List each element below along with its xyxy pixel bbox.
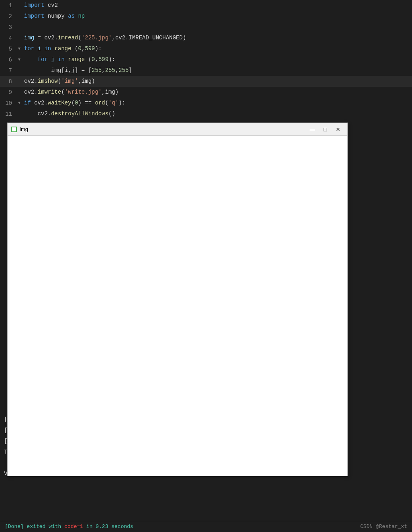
code-line-9: 9 cv2.imwrite('write.jpg',img)	[0, 87, 412, 98]
code-text-1: import cv2	[22, 0, 58, 11]
code-text-6: for j in range (0,599):	[22, 54, 115, 65]
code-text-9: cv2.imwrite('write.jpg',img)	[22, 87, 118, 98]
svg-rect-1	[12, 127, 16, 131]
code-line-7: 7 img[i,j] = [255,255,255]	[0, 65, 412, 76]
code-line-10: 10 ▼ if cv2.waitKey(0) == ord('q'):	[0, 98, 412, 108]
code-line-2: 2 import numpy as np	[0, 11, 412, 22]
fold-7	[16, 68, 22, 73]
code-text-2: import numpy as np	[22, 11, 85, 22]
fold-2	[16, 14, 22, 18]
code-line-8: 8 cv2.imshow('img',img)	[0, 76, 412, 87]
line-num-1: 1	[0, 2, 16, 9]
popup-titlebar: img — □ ✕	[8, 123, 347, 136]
status-suffix: in 0.23 seconds	[83, 524, 133, 530]
popup-title: img	[20, 126, 306, 132]
status-done-text: [Done] exited with code=1 in 0.23 second…	[5, 524, 133, 530]
fold-3	[16, 25, 22, 29]
status-attribution: CSDN @Restar_xt	[360, 524, 407, 530]
minimize-button[interactable]: —	[306, 125, 318, 133]
code-text-5: for i in range (0,599):	[22, 43, 102, 54]
fold-4	[16, 36, 22, 40]
fold-11	[16, 112, 22, 116]
line-num-5: 5	[0, 46, 16, 52]
line-num-4: 4	[0, 35, 16, 41]
code-line-11: 11 cv2.destroyAllWindows()	[0, 108, 412, 119]
status-prefix: [Done] exited with	[5, 524, 64, 530]
popup-window: img — □ ✕	[7, 123, 348, 476]
code-text-4: img = cv2.imread('225.jpg',cv2.IMREAD_UN…	[22, 33, 186, 43]
line-num-10: 10	[0, 100, 16, 106]
line-num-6: 6	[0, 57, 16, 63]
line-num-9: 9	[0, 89, 16, 96]
code-line-3: 3	[0, 22, 412, 33]
fold-8	[16, 79, 22, 84]
status-bar: [Done] exited with code=1 in 0.23 second…	[0, 521, 412, 532]
fold-1	[16, 3, 22, 8]
fold-5[interactable]: ▼	[16, 47, 22, 51]
code-text-11: cv2.destroyAllWindows()	[22, 108, 115, 119]
code-line-6: 6 ▼ for j in range (0,599):	[0, 54, 412, 65]
fold-9	[16, 90, 22, 94]
popup-controls: — □ ✕	[306, 125, 344, 133]
line-num-8: 8	[0, 78, 16, 85]
code-line-4: 4 img = cv2.imread('225.jpg',cv2.IMREAD_…	[0, 33, 412, 43]
code-text-10: if cv2.waitKey(0) == ord('q'):	[22, 98, 125, 108]
maximize-button[interactable]: □	[319, 125, 331, 133]
code-text-8: cv2.imshow('img',img)	[22, 76, 95, 87]
popup-window-icon	[11, 126, 17, 133]
close-button[interactable]: ✕	[332, 125, 344, 133]
code-line-5: 5 ▼ for i in range (0,599):	[0, 43, 412, 54]
code-editor: 1 import cv2 2 import numpy as np 3 4 im…	[0, 0, 412, 119]
line-num-7: 7	[0, 68, 16, 74]
code-text-3	[22, 22, 27, 33]
status-code: code=1	[64, 524, 83, 530]
popup-image-content	[8, 136, 347, 476]
line-num-3: 3	[0, 24, 16, 31]
fold-6[interactable]: ▼	[16, 57, 22, 62]
line-num-2: 2	[0, 13, 16, 20]
code-line-1: 1 import cv2	[0, 0, 412, 11]
fold-10[interactable]: ▼	[16, 101, 22, 105]
line-num-11: 11	[0, 111, 16, 117]
code-text-7: img[i,j] = [255,255,255]	[22, 65, 132, 76]
